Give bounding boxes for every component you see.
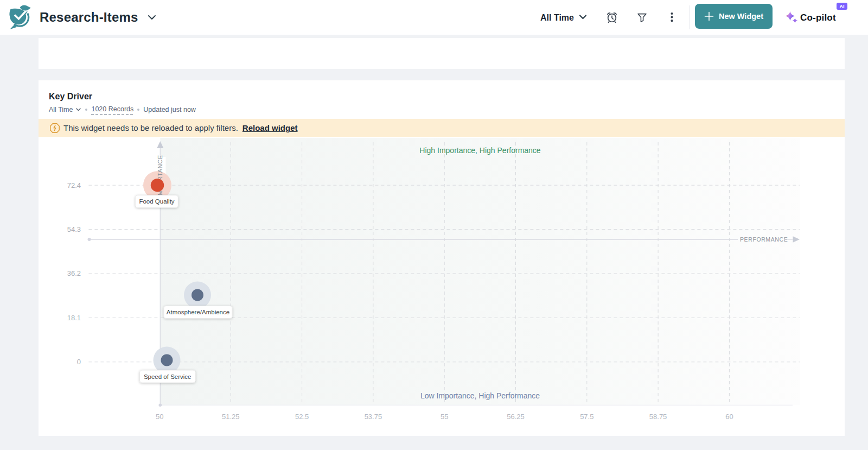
svg-text:18.1: 18.1 <box>67 314 81 322</box>
svg-text:36.2: 36.2 <box>67 269 81 277</box>
svg-text:57.5: 57.5 <box>580 413 593 421</box>
svg-text:53.75: 53.75 <box>365 413 382 421</box>
svg-text:Low Importance, High Performan: Low Importance, High Performance <box>420 391 540 400</box>
svg-text:51.25: 51.25 <box>222 413 240 421</box>
svg-text:54.3: 54.3 <box>67 225 81 233</box>
svg-text:55: 55 <box>441 413 448 421</box>
svg-text:52.5: 52.5 <box>295 413 309 421</box>
svg-text:PERFORMANCE: PERFORMANCE <box>740 236 788 243</box>
svg-text:Food Quality: Food Quality <box>139 198 174 205</box>
svg-text:High Importance, High Performa: High Importance, High Performance <box>419 146 541 155</box>
svg-text:50: 50 <box>156 413 163 421</box>
svg-text:Speed of Service: Speed of Service <box>144 373 192 380</box>
svg-text:56.25: 56.25 <box>507 413 525 421</box>
svg-text:72.4: 72.4 <box>67 181 81 189</box>
svg-text:58.75: 58.75 <box>649 413 667 421</box>
svg-text:Atmosphere/Ambience: Atmosphere/Ambience <box>167 309 229 315</box>
svg-text:0: 0 <box>77 358 81 366</box>
svg-text:60: 60 <box>725 413 733 421</box>
